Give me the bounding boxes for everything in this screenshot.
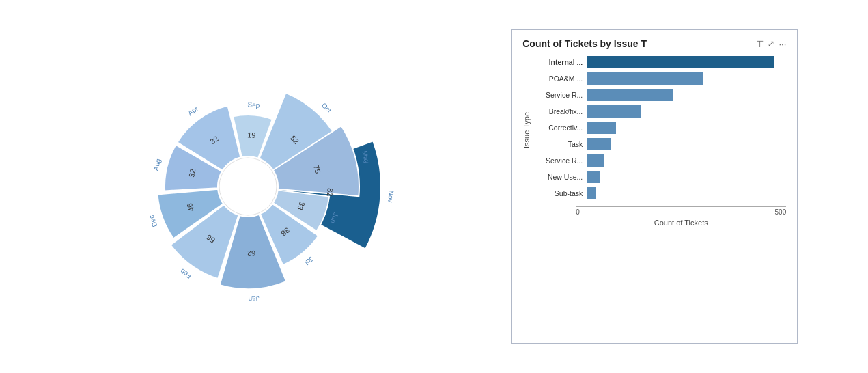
- bar-track: [587, 171, 786, 183]
- bar-chart-body: Issue Type Internal ...POA&M ...Service …: [522, 56, 786, 204]
- x-tick-0: 0: [576, 208, 580, 216]
- bar-label: POA&M ...: [533, 74, 583, 83]
- bar-chart-panel: Count of Tickets by Issue T ⊤ ⤢ ··· Issu…: [511, 29, 798, 344]
- x-axis-ticks: 0 500: [576, 208, 786, 216]
- bars-area: Internal ...POA&M ...Service R...Break/f…: [533, 56, 786, 204]
- bar-row: Task: [533, 138, 786, 150]
- bar-label: Service R...: [533, 91, 583, 99]
- bar-fill: [587, 56, 774, 68]
- svg-text:Apr: Apr: [186, 105, 200, 117]
- svg-text:Jan: Jan: [248, 295, 260, 303]
- x-axis-area: 0 500 Count of Tickets: [576, 206, 786, 227]
- bar-label: Task: [533, 140, 583, 148]
- bar-track: [587, 105, 786, 118]
- svg-point-0: [219, 158, 277, 215]
- bar-fill: [587, 138, 611, 150]
- svg-text:19: 19: [247, 130, 255, 139]
- bar-fill: [587, 171, 600, 183]
- bar-fill: [587, 72, 703, 85]
- svg-text:82: 82: [326, 188, 335, 197]
- bar-label: Service R...: [533, 156, 583, 165]
- svg-text:Oct: Oct: [320, 101, 333, 114]
- x-axis-title: Count of Tickets: [576, 219, 786, 227]
- bar-fill: [587, 105, 641, 118]
- svg-text:Sep: Sep: [247, 100, 260, 109]
- bar-row: Service R...: [533, 89, 786, 101]
- bar-label: Internal ...: [533, 58, 583, 66]
- bar-row: Correctiv...: [533, 122, 786, 134]
- svg-text:62: 62: [247, 249, 255, 258]
- bar-row: Break/fix...: [533, 105, 786, 118]
- bar-fill: [587, 89, 673, 101]
- bar-row: Service R...: [533, 154, 786, 167]
- bar-label: Break/fix...: [533, 107, 583, 115]
- svg-text:Aug: Aug: [152, 158, 162, 171]
- bar-chart-header: Count of Tickets by Issue T ⊤ ⤢ ···: [522, 38, 786, 49]
- bar-row: New Use...: [533, 171, 786, 183]
- bar-label: Sub-task: [533, 189, 583, 197]
- bar-fill: [587, 187, 596, 199]
- svg-text:Dec: Dec: [148, 214, 158, 227]
- bar-track: [587, 72, 786, 85]
- filter-icon[interactable]: ⊤: [756, 39, 764, 49]
- bar-track: [587, 154, 786, 167]
- radial-chart: 82Nov52Oct19Sep32Apr32Aug46Dec56Feb62Jan…: [70, 12, 425, 361]
- bar-label: Correctiv...: [533, 124, 583, 132]
- bar-fill: [587, 122, 616, 134]
- bar-row: Internal ...: [533, 56, 786, 68]
- svg-text:Nov: Nov: [387, 190, 395, 203]
- x-tick-500: 500: [775, 208, 787, 216]
- expand-icon[interactable]: ⤢: [768, 39, 774, 49]
- bar-row: Sub-task: [533, 187, 786, 199]
- x-axis-line: [576, 206, 786, 207]
- svg-text:Jul: Jul: [303, 255, 315, 266]
- bar-row: POA&M ...: [533, 72, 786, 85]
- bar-track: [587, 89, 786, 101]
- bar-label: New Use...: [533, 173, 583, 181]
- y-axis-label: Issue Type: [522, 112, 531, 148]
- bar-chart-toolbar: ⊤ ⤢ ···: [756, 39, 786, 49]
- bar-chart-title: Count of Tickets by Issue T: [522, 38, 647, 49]
- more-icon[interactable]: ···: [779, 39, 786, 49]
- bar-track: [587, 138, 786, 150]
- svg-text:Feb: Feb: [178, 267, 193, 280]
- bar-track: [587, 187, 786, 199]
- bar-track: [587, 56, 786, 68]
- bar-fill: [587, 154, 604, 167]
- bar-track: [587, 122, 786, 134]
